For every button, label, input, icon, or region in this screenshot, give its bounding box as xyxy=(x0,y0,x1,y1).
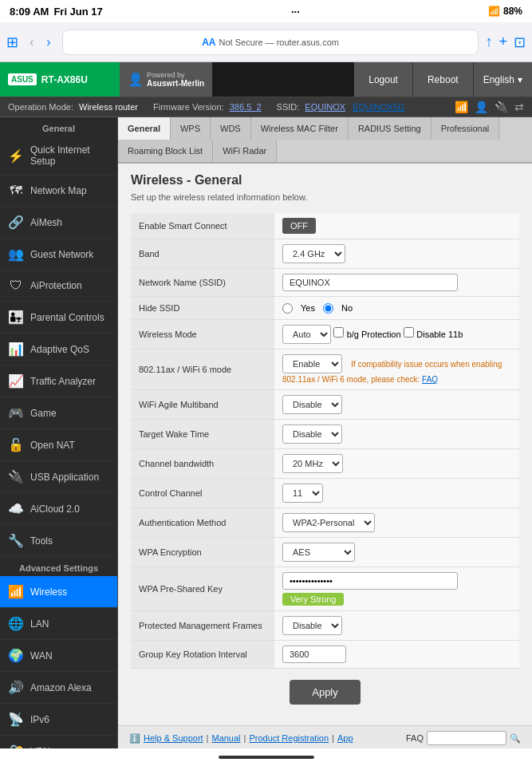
auth-method-select[interactable]: WPA2-Personal WPA-Personal Open System xyxy=(282,513,375,532)
faq-search-input[interactable] xyxy=(427,731,506,745)
label-wifi-agile: WiFi Agile Multiband xyxy=(131,390,274,420)
tab-professional[interactable]: Professional xyxy=(432,117,500,140)
label-wireless-mode: Wireless Mode xyxy=(131,320,274,349)
open-nat-icon: 🔓 xyxy=(8,437,24,452)
sidebar-item-lan[interactable]: 🌐 LAN xyxy=(0,608,117,640)
tab-general[interactable]: General xyxy=(118,117,171,141)
back-button[interactable]: ‹ xyxy=(25,32,38,53)
disable-11b-checkbox[interactable] xyxy=(404,327,414,338)
logout-button[interactable]: Logout xyxy=(354,62,413,97)
channel-bw-select[interactable]: 20 MHz 40 MHz 80 MHz xyxy=(282,454,343,473)
sidebar-item-game[interactable]: 🎮 Game xyxy=(0,397,117,429)
bg-protection-checkbox[interactable] xyxy=(333,327,344,338)
help-icon: ℹ️ xyxy=(129,733,140,744)
person-icon: 👤 xyxy=(128,72,144,87)
app-link[interactable]: App xyxy=(337,733,353,743)
label-80211ax: 802.11ax / WiFi 6 mode xyxy=(131,349,274,390)
form-row-ssid: Network Name (SSID) xyxy=(131,269,519,297)
band-select[interactable]: 2.4 GHz 5 GHz xyxy=(282,244,345,263)
control-channel-select[interactable]: 11 1 6 xyxy=(282,484,323,503)
hide-ssid-yes[interactable] xyxy=(282,303,293,314)
sidebar-item-aimesh[interactable]: 🔗 AiMesh xyxy=(0,207,117,239)
sidebar-item-traffic-analyzer[interactable]: 📈 Traffic Analyzer xyxy=(0,365,117,397)
sidebar-toggle-icon[interactable]: ⊞ xyxy=(6,34,18,51)
form-row-group-key: Group Key Rotation Interval xyxy=(131,641,519,669)
tab-wireless-mac-filter[interactable]: Wireless MAC Filter xyxy=(251,117,349,140)
ssid1[interactable]: EQUINOX xyxy=(305,102,345,112)
value-target-wake: Disable Enable xyxy=(274,420,519,449)
product-reg-link[interactable]: Product Registration xyxy=(249,733,329,743)
sidebar-item-wireless[interactable]: 📶 Wireless xyxy=(0,576,117,608)
sidebar-label-usb-application: USB Application xyxy=(30,472,99,483)
sidebar-label-wireless: Wireless xyxy=(30,586,67,598)
value-band: 2.4 GHz 5 GHz xyxy=(274,239,519,269)
tab-roaming-block-list[interactable]: Roaming Block List xyxy=(118,140,213,162)
sidebar-item-guest-network[interactable]: 👥 Guest Network xyxy=(0,239,117,270)
tab-wds[interactable]: WDS xyxy=(211,117,251,140)
header-buttons: Logout Reboot English ▾ xyxy=(354,62,532,97)
sidebar-label-aiprotection: AiProtection xyxy=(30,280,82,291)
wifi-status-icon: 📶 xyxy=(455,101,468,113)
sidebar-item-network-map[interactable]: 🗺 Network Map xyxy=(0,176,117,207)
form-row-wifi-agile: WiFi Agile Multiband Disable Enable xyxy=(131,390,519,420)
group-key-input[interactable] xyxy=(282,646,346,663)
page-title: Wireless - General xyxy=(131,173,519,188)
hide-ssid-no[interactable] xyxy=(323,303,333,314)
tabs-icon[interactable]: ⊡ xyxy=(514,34,526,51)
tab-wps[interactable]: WPS xyxy=(171,117,211,140)
smart-connect-toggle[interactable]: OFF xyxy=(282,218,316,234)
reboot-button[interactable]: Reboot xyxy=(413,62,474,97)
sidebar-item-tools[interactable]: 🔧 Tools xyxy=(0,525,117,557)
label-wpa-encryption: WPA Encryption xyxy=(131,538,274,567)
router-header: ASUS RT-AX86U 👤 Powered by Asuswrt-Merli… xyxy=(0,62,532,97)
info-bar-right: 📶 👤 🔌 ⇄ xyxy=(455,101,524,113)
form-table: Enable Smart Connect OFF Band 2.4 GHz 5 … xyxy=(131,213,519,669)
pmf-select[interactable]: Disable Enable xyxy=(282,616,342,635)
ssid2[interactable]: EQUINOX5G xyxy=(353,102,404,112)
time: 8:09 AM xyxy=(10,6,49,18)
faq-link-80211ax[interactable]: FAQ xyxy=(422,375,438,384)
arrows-status-icon: ⇄ xyxy=(514,101,524,113)
url-bar[interactable]: AA Not Secure — router.asus.com xyxy=(62,30,479,55)
form-row-80211ax: 802.11ax / WiFi 6 mode Enable Disable If… xyxy=(131,349,519,390)
sidebar-item-ipv6[interactable]: 📡 IPv6 xyxy=(0,704,117,736)
language-button[interactable]: English ▾ xyxy=(474,62,532,97)
label-group-key: Group Key Rotation Interval xyxy=(131,641,274,669)
add-tab-icon[interactable]: + xyxy=(499,34,507,51)
forward-button[interactable]: › xyxy=(41,32,55,53)
lan-icon: 🌐 xyxy=(8,616,24,631)
sidebar-item-wan[interactable]: 🌍 WAN xyxy=(0,640,117,672)
sidebar-label-vpn: VPN xyxy=(30,746,50,749)
manual-link[interactable]: Manual xyxy=(211,733,240,743)
label-target-wake: Target Wake Time xyxy=(131,420,274,449)
usb-status-icon: 🔌 xyxy=(495,101,508,113)
share-icon[interactable]: ↑ xyxy=(485,34,492,51)
wireless-mode-select[interactable]: Auto xyxy=(282,325,331,344)
aimesh-icon: 🔗 xyxy=(8,215,24,230)
apply-button[interactable]: Apply xyxy=(290,680,361,705)
help-support-link[interactable]: Help & Support xyxy=(144,733,203,743)
guest-network-icon: 👥 xyxy=(8,247,24,262)
sidebar-item-usb-application[interactable]: 🔌 USB Application xyxy=(0,461,117,493)
ssid-input[interactable] xyxy=(282,274,458,291)
80211ax-select[interactable]: Enable Disable xyxy=(282,354,342,373)
sidebar-item-parental-controls[interactable]: 👨‍👧 Parental Controls xyxy=(0,302,117,334)
tab-radius-setting[interactable]: RADIUS Setting xyxy=(349,117,432,140)
wifi-agile-select[interactable]: Disable Enable xyxy=(282,395,342,414)
target-wake-select[interactable]: Disable Enable xyxy=(282,424,342,444)
sidebar-item-aiprotection[interactable]: 🛡 AiProtection xyxy=(0,270,117,302)
powered-by-label: Powered by xyxy=(147,71,204,79)
wpa-encryption-select[interactable]: AES TKIP TKIP+AES xyxy=(282,543,355,562)
browser-actions: ↑ + ⊡ xyxy=(485,34,526,51)
sidebar-item-amazon-alexa[interactable]: 🔊 Amazon Alexa xyxy=(0,672,117,704)
search-icon[interactable]: 🔍 xyxy=(510,733,521,744)
label-psk: WPA Pre-Shared Key xyxy=(131,567,274,611)
sidebar-item-adaptive-qos[interactable]: 📊 Adaptive QoS xyxy=(0,334,117,365)
sidebar-item-vpn[interactable]: 🔐 VPN xyxy=(0,736,117,748)
sidebar-item-aicloud[interactable]: ☁️ AiCloud 2.0 xyxy=(0,493,117,525)
tab-wifi-radar[interactable]: WiFi Radar xyxy=(213,140,277,162)
sidebar-item-open-nat[interactable]: 🔓 Open NAT xyxy=(0,429,117,461)
sidebar-item-quick-internet-setup[interactable]: ⚡ Quick Internet Setup xyxy=(0,136,117,176)
operation-mode-label: Operation Mode: xyxy=(8,102,73,112)
psk-input[interactable] xyxy=(282,572,458,590)
